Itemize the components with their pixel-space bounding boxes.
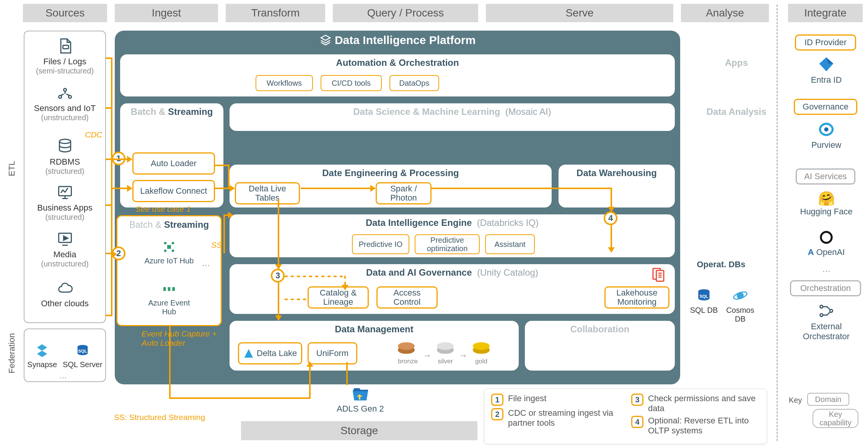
svg-point-24 xyxy=(820,305,823,308)
int-openai: A OpenAI xyxy=(788,230,865,257)
pill-catalog: Catalog & Lineage xyxy=(308,286,369,309)
col-sources: Sources xyxy=(23,4,107,22)
svg-rect-21 xyxy=(168,287,171,291)
flow-src-clouds xyxy=(106,315,112,316)
flow-al-dlt-v xyxy=(228,165,230,188)
flow-to-step4 xyxy=(611,188,612,211)
flow-dlt-spark xyxy=(301,188,375,189)
flow-src-sensors xyxy=(106,107,112,109)
integrate-separator xyxy=(777,5,778,441)
legend: 1File ingest 2CDC or streaming ingest vi… xyxy=(484,389,767,444)
pill-workflows: Workflows xyxy=(256,75,313,91)
layers-icon xyxy=(319,34,332,46)
platform-title-text: Data Intelligence Platform xyxy=(335,34,476,46)
adls-icon xyxy=(351,387,370,402)
key-capability: Key capability xyxy=(813,409,858,428)
pill-assistant: Assistant xyxy=(485,234,535,254)
panel-apps-title: Apps xyxy=(681,54,792,68)
ext-iot-label: Azure IoT Hub xyxy=(140,256,198,265)
flow-step4-oper xyxy=(611,225,612,252)
src-sensors-sub: (unstructured) xyxy=(24,113,105,122)
int-entra-label: Entra ID xyxy=(788,75,865,85)
panel-data-mgmt: Data Management Delta Lake UniForm bronz… xyxy=(230,321,519,371)
src-files-sub: (semi-structured) xyxy=(24,67,105,75)
note-usecase1: See use case 1 xyxy=(135,204,191,214)
label-etl: ETL xyxy=(7,161,17,176)
delta-lake-text: Delta Lake xyxy=(257,349,297,358)
arrow-icon: → xyxy=(423,351,432,361)
pill-governance: Governance xyxy=(794,99,857,115)
flow-src-files xyxy=(106,57,112,59)
flow-lakeflow-dlt xyxy=(215,188,234,189)
panel-collaboration-title: Collaboration xyxy=(525,321,675,335)
pill-access: Access Control xyxy=(376,286,438,309)
svg-text:SQL: SQL xyxy=(700,294,708,299)
dsml-title-text: Data Science & Machine Learning xyxy=(353,106,500,117)
panel-dsml: Data Science & Machine Learning (Mosaic … xyxy=(230,103,675,131)
svg-rect-22 xyxy=(172,287,175,291)
fed-sqlserver-label: SQL Server xyxy=(63,360,103,369)
flow-src-bizapps xyxy=(106,204,112,206)
arrow-icon: → xyxy=(459,351,467,361)
svg-text:SQL: SQL xyxy=(78,348,87,353)
flow-eh-down xyxy=(169,326,171,397)
dsml-suffix: (Mosaic AI) xyxy=(505,106,551,117)
legend-num-2: 2 xyxy=(491,408,503,420)
gov-title-text: Data and AI Governance xyxy=(366,267,472,278)
report-icon xyxy=(650,266,666,283)
medallion-silver: silver xyxy=(437,358,454,365)
flow-eh-up xyxy=(309,362,311,397)
key-domain: Domain xyxy=(807,393,849,406)
panel-data-mgmt-title: Data Management xyxy=(230,321,519,335)
purview-icon xyxy=(818,121,835,138)
oper-cosmos-label: Cosmos DB xyxy=(723,306,757,323)
flow-spark-wh xyxy=(432,188,611,189)
panel-oper-dbs-title: Operat. DBs xyxy=(681,253,761,270)
fed-sqlserver: SQL SQL Server xyxy=(63,343,103,369)
sources-container: Files / Logs (semi-structured) Sensors a… xyxy=(24,31,106,323)
svg-point-16 xyxy=(172,242,174,245)
flow-step3-dash1-h xyxy=(285,276,346,277)
col-integrate: Integrate xyxy=(788,4,863,22)
svg-point-15 xyxy=(164,242,167,245)
note-eventhub-capture: Event Hub Capture + Auto Loader xyxy=(142,329,218,348)
src-rdbms-label: RDBMS xyxy=(24,157,105,167)
svg-point-25 xyxy=(820,314,823,316)
src-sensors-label: Sensors and IoT xyxy=(24,103,105,113)
monitor-icon xyxy=(57,184,73,201)
medallion-bronze-icon xyxy=(398,346,415,354)
oper-sqldb-label: SQL DB xyxy=(689,306,719,315)
pill-dlt: Delta Live Tables xyxy=(235,182,300,204)
flow-dlt-down xyxy=(278,199,279,269)
ext-iot-hub: Azure IoT Hub xyxy=(140,239,198,265)
pill-orchestration: Orchestration xyxy=(790,280,861,296)
int-ext-orch: External Orchestrator xyxy=(788,302,865,341)
flow-to-ext-bs xyxy=(112,253,116,255)
intel-title-text: Data Intelligence Engine xyxy=(366,217,472,228)
flow-gov-to-dm xyxy=(278,283,279,320)
medallion-gold: gold xyxy=(473,358,490,365)
int-purview: Purview xyxy=(788,121,865,150)
legend-text-3: Check permissions and save data xyxy=(648,394,760,413)
sqldb-icon: SQL xyxy=(695,287,712,304)
src-media-label: Media xyxy=(24,250,105,260)
legend-num-3: 3 xyxy=(631,394,643,406)
flow-step3-dash1-v xyxy=(344,276,346,289)
note-ss: SS: Structured Streaming xyxy=(114,413,205,422)
panel-data-analysis-title: Data Analysis xyxy=(681,103,792,117)
note-ss-badge: SS xyxy=(211,240,222,250)
svg-rect-20 xyxy=(163,287,166,291)
src-media: Media (unstructured) xyxy=(24,230,105,268)
int-more: … xyxy=(788,264,865,274)
iot-hub-icon xyxy=(161,239,177,255)
flow-step3-dash2 xyxy=(285,299,306,300)
label-federation: Federation xyxy=(7,333,17,373)
src-rdbms-sub: (structured) xyxy=(24,167,105,176)
pill-predio: Predictive IO xyxy=(352,234,409,254)
pill-dataops: DataOps xyxy=(389,75,439,91)
ext-event-hub: Azure Event Hub xyxy=(140,281,198,316)
adls: ADLS Gen 2 xyxy=(337,387,384,414)
flow-ext-ss-v xyxy=(223,214,225,253)
fed-synapse: Synapse xyxy=(27,343,57,369)
adls-label: ADLS Gen 2 xyxy=(337,404,384,414)
